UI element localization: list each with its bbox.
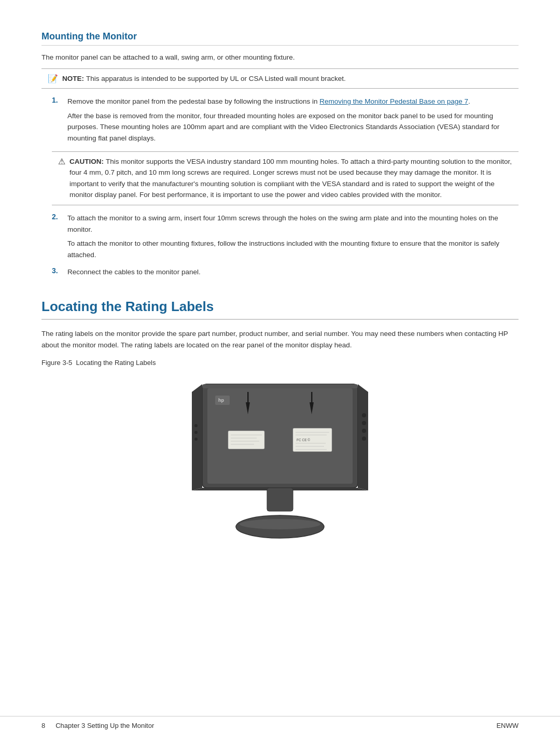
step-1: 1. Remove the monitor panel from the ped… [52, 96, 519, 144]
step-3-number: 3. [52, 266, 67, 275]
steps-list: 1. Remove the monitor panel from the ped… [52, 96, 519, 278]
svg-rect-13 [228, 431, 264, 449]
svg-point-12 [194, 438, 198, 441]
locating-section: Locating the Rating Labels The rating la… [41, 299, 519, 540]
svg-point-6 [362, 413, 366, 417]
note-box: 📝 NOTE: This apparatus is intended to be… [41, 68, 519, 89]
removing-pedestal-link[interactable]: Removing the Monitor Pedestal Base on pa… [319, 97, 468, 105]
figure-container: hp FC CE © [41, 374, 519, 540]
step-1-number: 1. [52, 96, 67, 104]
svg-rect-31 [267, 488, 293, 511]
step-3-text: Reconnect the cables to the monitor pane… [67, 266, 201, 278]
footer-chapter: Chapter 3 Setting Up the Monitor [55, 722, 154, 729]
figure-caption-text: Locating the Rating Labels [76, 359, 156, 367]
figure-label: Figure 3-5 Locating the Rating Labels [41, 359, 519, 367]
step-3-header: 3. Reconnect the cables to the monitor p… [52, 266, 519, 278]
svg-point-33 [240, 519, 320, 529]
step-1-text: Remove the monitor panel from the pedest… [67, 96, 470, 107]
step-2-header: 2. To attach the monitor to a swing arm,… [52, 213, 519, 235]
svg-text:hp: hp [218, 398, 224, 403]
step-2: 2. To attach the monitor to a swing arm,… [52, 213, 519, 260]
step-2-subtext: To attach the monitor to other mounting … [67, 238, 519, 260]
locating-body-text: The rating labels on the monitor provide… [41, 328, 519, 350]
caution-label: CAUTION: [69, 158, 104, 165]
svg-point-9 [362, 437, 366, 441]
note-text: This apparatus is intended to be support… [86, 75, 346, 82]
locating-section-title: Locating the Rating Labels [41, 299, 519, 320]
svg-point-10 [194, 424, 198, 427]
svg-text:FC CE ©: FC CE © [297, 438, 310, 442]
mounting-intro-text: The monitor panel can be attached to a w… [41, 52, 519, 63]
note-content: NOTE: This apparatus is intended to be s… [62, 73, 346, 85]
step-1-header: 1. Remove the monitor panel from the ped… [52, 96, 519, 107]
caution-box: ⚠ CAUTION: This monitor supports the VES… [52, 151, 519, 205]
monitor-illustration: hp FC CE © [171, 374, 389, 540]
footer-left: 8 Chapter 3 Setting Up the Monitor [41, 722, 154, 729]
svg-point-8 [362, 429, 366, 433]
note-label: NOTE: [62, 75, 84, 82]
footer-page-number: 8 [41, 722, 45, 729]
step-1-subtext: After the base is removed from the monit… [67, 110, 519, 144]
svg-marker-2 [192, 384, 202, 490]
mounting-section-title: Mounting the Monitor [41, 31, 519, 46]
svg-rect-30 [311, 392, 313, 403]
note-icon: 📝 [48, 74, 58, 83]
step-3: 3. Reconnect the cables to the monitor p… [52, 266, 519, 278]
svg-rect-5 [202, 384, 358, 388]
svg-point-7 [362, 421, 366, 425]
figure-number: Figure 3-5 [41, 359, 72, 367]
svg-rect-28 [247, 392, 249, 403]
page-footer: 8 Chapter 3 Setting Up the Monitor ENWW [0, 716, 560, 729]
caution-text: This monitor supports the VESA industry … [69, 158, 512, 199]
caution-content: CAUTION: This monitor supports the VESA … [69, 156, 512, 201]
mounting-section: Mounting the Monitor The monitor panel c… [41, 31, 519, 278]
footer-language: ENWW [496, 722, 519, 729]
caution-icon: ⚠ [58, 157, 65, 166]
svg-point-11 [194, 431, 198, 434]
step-2-number: 2. [52, 213, 67, 221]
step-2-text: To attach the monitor to a swing arm, in… [67, 213, 519, 235]
